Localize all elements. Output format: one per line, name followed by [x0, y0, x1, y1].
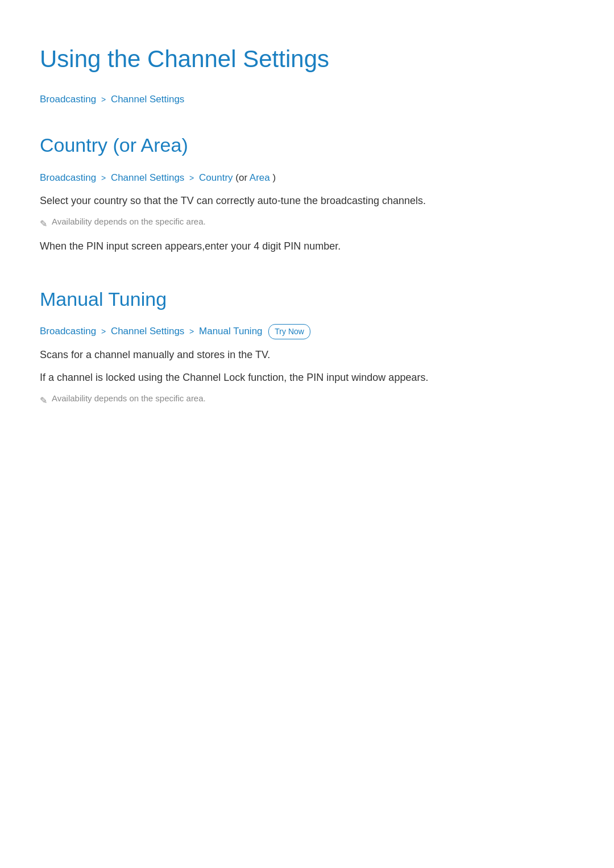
page-title: Using the Channel Settings [40, 40, 574, 78]
pencil-icon-2: ✎ [40, 393, 47, 408]
country-breadcrumb-channel-settings[interactable]: Channel Settings [111, 172, 184, 183]
manual-tuning-note-block: ✎ Availability depends on the specific a… [40, 392, 574, 408]
section-manual-tuning-title: Manual Tuning [40, 284, 574, 314]
country-breadcrumb-area[interactable]: Area [250, 172, 270, 183]
country-breadcrumb-sep1: > [101, 173, 106, 182]
country-body1: Select your country so that the TV can c… [40, 192, 574, 210]
section-manual-tuning: Manual Tuning Broadcasting > Channel Set… [40, 284, 574, 408]
breadcrumb-broadcasting-link[interactable]: Broadcasting [40, 94, 96, 105]
country-breadcrumb-country[interactable]: Country [199, 172, 233, 183]
country-note-block: ✎ Availability depends on the specific a… [40, 215, 574, 231]
manual-tuning-body2: If a channel is locked using the Channel… [40, 369, 574, 387]
manual-breadcrumb-channel-settings[interactable]: Channel Settings [111, 326, 184, 337]
manual-breadcrumb-sep2: > [189, 327, 194, 336]
pencil-icon: ✎ [40, 217, 47, 231]
try-now-badge[interactable]: Try Now [268, 324, 310, 339]
breadcrumb-separator-1: > [101, 95, 106, 104]
country-breadcrumb-broadcasting[interactable]: Broadcasting [40, 172, 96, 183]
manual-breadcrumb-sep1: > [101, 327, 106, 336]
manual-breadcrumb-broadcasting[interactable]: Broadcasting [40, 326, 96, 337]
country-breadcrumb-plain: (or [235, 172, 250, 183]
country-note-text: Availability depends on the specific are… [52, 215, 206, 229]
manual-tuning-body1: Scans for a channel manually and stores … [40, 346, 574, 364]
top-breadcrumb: Broadcasting > Channel Settings [40, 92, 574, 107]
manual-tuning-note-text: Availability depends on the specific are… [52, 392, 206, 405]
breadcrumb-channel-settings-link[interactable]: Channel Settings [111, 94, 184, 105]
country-body2: When the PIN input screen appears,enter … [40, 238, 574, 255]
manual-breadcrumb-manual-tuning[interactable]: Manual Tuning [199, 326, 263, 337]
section-country: Country (or Area) Broadcasting > Channel… [40, 130, 574, 255]
country-breadcrumb-sep2: > [189, 173, 194, 182]
manual-tuning-breadcrumb: Broadcasting > Channel Settings > Manual… [40, 323, 574, 339]
country-breadcrumb: Broadcasting > Channel Settings > Countr… [40, 170, 574, 185]
country-breadcrumb-plain2: ) [273, 172, 276, 183]
section-country-title: Country (or Area) [40, 130, 574, 160]
